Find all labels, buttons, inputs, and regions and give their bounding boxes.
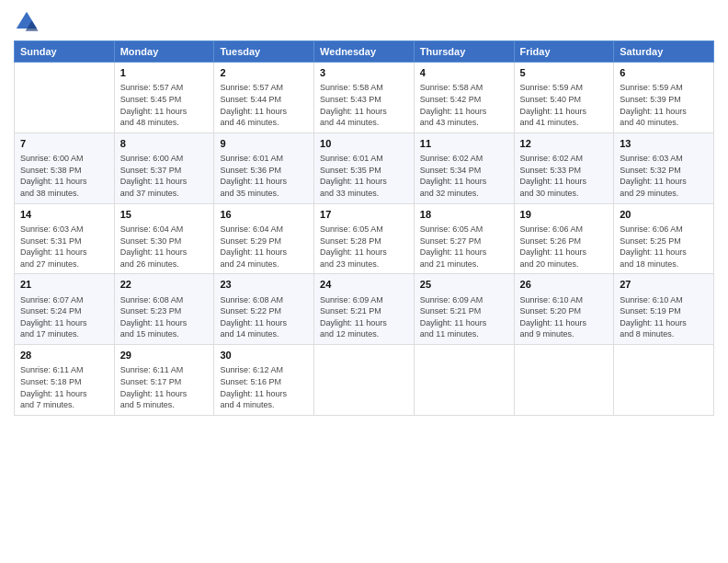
day-info: Sunrise: 6:05 AM Sunset: 5:27 PM Dayligh… — [420, 224, 508, 270]
day-info: Sunrise: 6:02 AM Sunset: 5:34 PM Dayligh… — [420, 153, 508, 199]
day-info: Sunrise: 5:59 AM Sunset: 5:40 PM Dayligh… — [520, 82, 609, 128]
day-cell: 26Sunrise: 6:10 AM Sunset: 5:20 PM Dayli… — [514, 274, 614, 345]
day-info: Sunrise: 6:09 AM Sunset: 5:21 PM Dayligh… — [420, 294, 508, 340]
day-cell: 6Sunrise: 5:59 AM Sunset: 5:39 PM Daylig… — [614, 63, 714, 133]
day-number: 22 — [120, 278, 209, 292]
day-number: 23 — [220, 278, 308, 292]
day-info: Sunrise: 6:10 AM Sunset: 5:19 PM Dayligh… — [620, 294, 708, 340]
day-info: Sunrise: 6:00 AM Sunset: 5:37 PM Dayligh… — [120, 153, 209, 199]
day-number: 5 — [520, 66, 609, 80]
day-info: Sunrise: 5:57 AM Sunset: 5:45 PM Dayligh… — [120, 82, 209, 128]
day-info: Sunrise: 6:03 AM Sunset: 5:31 PM Dayligh… — [20, 224, 108, 270]
day-info: Sunrise: 6:08 AM Sunset: 5:23 PM Dayligh… — [120, 294, 209, 340]
logo — [14, 9, 43, 35]
calendar-table: SundayMondayTuesdayWednesdayThursdayFrid… — [14, 40, 714, 416]
day-info: Sunrise: 6:01 AM Sunset: 5:36 PM Dayligh… — [220, 153, 308, 199]
day-cell: 30Sunrise: 6:12 AM Sunset: 5:16 PM Dayli… — [214, 345, 314, 416]
col-header-thursday: Thursday — [414, 41, 514, 63]
day-cell: 19Sunrise: 6:06 AM Sunset: 5:26 PM Dayli… — [514, 203, 614, 274]
day-cell: 12Sunrise: 6:02 AM Sunset: 5:33 PM Dayli… — [514, 132, 614, 203]
day-info: Sunrise: 6:09 AM Sunset: 5:21 PM Dayligh… — [320, 294, 408, 340]
day-cell: 27Sunrise: 6:10 AM Sunset: 5:19 PM Dayli… — [614, 274, 714, 345]
day-info: Sunrise: 6:04 AM Sunset: 5:29 PM Dayligh… — [220, 224, 308, 270]
day-cell — [414, 345, 514, 416]
week-row-1: 7Sunrise: 6:00 AM Sunset: 5:38 PM Daylig… — [15, 132, 714, 203]
day-cell: 20Sunrise: 6:06 AM Sunset: 5:25 PM Dayli… — [614, 203, 714, 274]
day-cell: 16Sunrise: 6:04 AM Sunset: 5:29 PM Dayli… — [214, 203, 314, 274]
day-number: 21 — [20, 278, 108, 292]
day-cell: 2Sunrise: 5:57 AM Sunset: 5:44 PM Daylig… — [214, 63, 314, 133]
day-info: Sunrise: 6:10 AM Sunset: 5:20 PM Dayligh… — [520, 294, 609, 340]
page: SundayMondayTuesdayWednesdayThursdayFrid… — [0, 0, 728, 563]
day-number: 16 — [220, 208, 308, 222]
day-number: 26 — [520, 278, 609, 292]
day-number: 9 — [220, 137, 308, 151]
week-row-4: 28Sunrise: 6:11 AM Sunset: 5:18 PM Dayli… — [15, 345, 714, 416]
day-cell: 11Sunrise: 6:02 AM Sunset: 5:34 PM Dayli… — [414, 132, 514, 203]
day-cell — [15, 63, 115, 133]
day-number: 11 — [420, 137, 508, 151]
day-cell: 23Sunrise: 6:08 AM Sunset: 5:22 PM Dayli… — [214, 274, 314, 345]
day-number: 28 — [20, 349, 108, 362]
day-cell: 24Sunrise: 6:09 AM Sunset: 5:21 PM Dayli… — [314, 274, 415, 345]
day-cell: 29Sunrise: 6:11 AM Sunset: 5:17 PM Dayli… — [114, 345, 214, 416]
day-info: Sunrise: 6:07 AM Sunset: 5:24 PM Dayligh… — [20, 294, 108, 340]
day-number: 29 — [120, 349, 209, 362]
day-info: Sunrise: 6:04 AM Sunset: 5:30 PM Dayligh… — [120, 224, 209, 270]
day-cell: 22Sunrise: 6:08 AM Sunset: 5:23 PM Dayli… — [114, 274, 214, 345]
day-number: 1 — [120, 66, 209, 80]
day-cell: 21Sunrise: 6:07 AM Sunset: 5:24 PM Dayli… — [15, 274, 115, 345]
col-header-wednesday: Wednesday — [314, 41, 415, 63]
day-info: Sunrise: 6:11 AM Sunset: 5:18 PM Dayligh… — [20, 364, 108, 410]
day-info: Sunrise: 6:08 AM Sunset: 5:22 PM Dayligh… — [220, 294, 308, 340]
day-cell: 28Sunrise: 6:11 AM Sunset: 5:18 PM Dayli… — [15, 345, 115, 416]
day-cell: 25Sunrise: 6:09 AM Sunset: 5:21 PM Dayli… — [414, 274, 514, 345]
day-cell: 18Sunrise: 6:05 AM Sunset: 5:27 PM Dayli… — [414, 203, 514, 274]
day-number: 13 — [620, 137, 708, 151]
header-row: SundayMondayTuesdayWednesdayThursdayFrid… — [15, 41, 714, 63]
day-info: Sunrise: 6:01 AM Sunset: 5:35 PM Dayligh… — [320, 153, 408, 199]
day-cell: 13Sunrise: 6:03 AM Sunset: 5:32 PM Dayli… — [614, 132, 714, 203]
day-info: Sunrise: 5:57 AM Sunset: 5:44 PM Dayligh… — [220, 82, 308, 128]
day-cell: 4Sunrise: 5:58 AM Sunset: 5:42 PM Daylig… — [414, 63, 514, 133]
day-info: Sunrise: 6:05 AM Sunset: 5:28 PM Dayligh… — [320, 224, 408, 270]
day-info: Sunrise: 5:58 AM Sunset: 5:42 PM Dayligh… — [420, 82, 508, 128]
week-row-0: 1Sunrise: 5:57 AM Sunset: 5:45 PM Daylig… — [15, 63, 714, 133]
day-number: 20 — [620, 208, 708, 222]
day-cell: 3Sunrise: 5:58 AM Sunset: 5:43 PM Daylig… — [314, 63, 415, 133]
col-header-sunday: Sunday — [15, 41, 115, 63]
col-header-tuesday: Tuesday — [214, 41, 314, 63]
day-number: 25 — [420, 278, 508, 292]
day-cell: 5Sunrise: 5:59 AM Sunset: 5:40 PM Daylig… — [514, 63, 614, 133]
week-row-2: 14Sunrise: 6:03 AM Sunset: 5:31 PM Dayli… — [15, 203, 714, 274]
day-info: Sunrise: 6:11 AM Sunset: 5:17 PM Dayligh… — [120, 364, 209, 410]
day-cell: 15Sunrise: 6:04 AM Sunset: 5:30 PM Dayli… — [114, 203, 214, 274]
week-row-3: 21Sunrise: 6:07 AM Sunset: 5:24 PM Dayli… — [15, 274, 714, 345]
day-number: 3 — [320, 66, 408, 80]
col-header-friday: Friday — [514, 41, 614, 63]
day-number: 14 — [20, 208, 108, 222]
day-info: Sunrise: 6:03 AM Sunset: 5:32 PM Dayligh… — [620, 153, 708, 199]
day-number: 8 — [120, 137, 209, 151]
day-cell: 10Sunrise: 6:01 AM Sunset: 5:35 PM Dayli… — [314, 132, 415, 203]
day-number: 10 — [320, 137, 408, 151]
col-header-monday: Monday — [114, 41, 214, 63]
day-number: 30 — [220, 349, 308, 362]
day-number: 12 — [520, 137, 609, 151]
day-cell: 9Sunrise: 6:01 AM Sunset: 5:36 PM Daylig… — [214, 132, 314, 203]
day-info: Sunrise: 6:06 AM Sunset: 5:25 PM Dayligh… — [620, 224, 708, 270]
day-number: 27 — [620, 278, 708, 292]
day-cell: 14Sunrise: 6:03 AM Sunset: 5:31 PM Dayli… — [15, 203, 115, 274]
day-number: 24 — [320, 278, 408, 292]
day-number: 4 — [420, 66, 508, 80]
day-cell: 8Sunrise: 6:00 AM Sunset: 5:37 PM Daylig… — [114, 132, 214, 203]
logo-icon — [14, 9, 40, 35]
day-info: Sunrise: 6:02 AM Sunset: 5:33 PM Dayligh… — [520, 153, 609, 199]
day-info: Sunrise: 5:59 AM Sunset: 5:39 PM Dayligh… — [620, 82, 708, 128]
col-header-saturday: Saturday — [614, 41, 714, 63]
day-number: 15 — [120, 208, 209, 222]
day-number: 19 — [520, 208, 609, 222]
day-number: 6 — [620, 66, 708, 80]
header — [14, 9, 714, 35]
day-cell: 7Sunrise: 6:00 AM Sunset: 5:38 PM Daylig… — [15, 132, 115, 203]
